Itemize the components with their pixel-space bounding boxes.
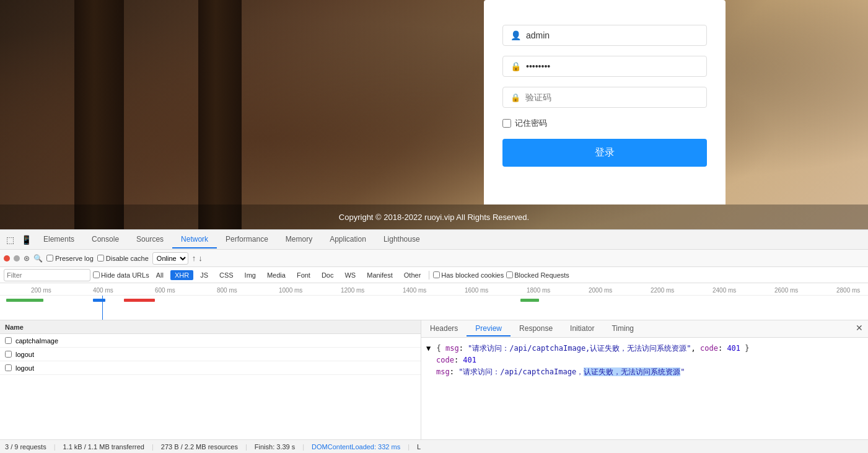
status-finish: Finish: 3.39 s (255, 443, 295, 451)
details-tab-initiator[interactable]: Initiator (561, 322, 603, 336)
status-dom-content-loaded[interactable]: DOMContentLoaded: 332 ms (312, 443, 400, 451)
tick-2800: 2800 ms (836, 283, 860, 295)
has-blocked-cookies-checkbox[interactable] (433, 271, 440, 278)
filter-manifest-btn[interactable]: Manifest (362, 270, 397, 280)
username-input[interactable] (526, 30, 699, 40)
devtools-tabs: Elements Console Sources Network Perform… (35, 231, 429, 248)
tab-memory[interactable]: Memory (277, 231, 321, 248)
tick-2000: 2000 ms (589, 283, 612, 295)
request-row-logout1[interactable]: logout (0, 348, 421, 361)
tab-application[interactable]: Application (321, 231, 375, 248)
tick-400: 400 ms (93, 283, 113, 295)
tick-1800: 1800 ms (527, 283, 550, 295)
details-tab-timing[interactable]: Timing (603, 322, 642, 336)
expand-triangle[interactable]: ▼ (426, 343, 431, 354)
captcha-group: 🔒 (502, 87, 707, 108)
disable-cache-label[interactable]: Disable cache (97, 255, 149, 262)
split-view: Name captchaImage logout logout ✕ Header… (0, 320, 868, 439)
stop-button[interactable] (14, 255, 20, 262)
filter-other-btn[interactable]: Other (400, 270, 426, 280)
tick-1200: 1200 ms (341, 283, 364, 295)
filter-img-btn[interactable]: Img (240, 270, 260, 280)
status-resources: 273 B / 2.2 MB resources (161, 443, 238, 451)
details-content: ▼ { msg: "请求访问：/api/captchaImage,认证失败，无法… (421, 338, 868, 439)
timeline-bar-green2 (520, 299, 539, 302)
login-button[interactable]: 登录 (502, 139, 707, 167)
details-panel: ✕ Headers Preview Response Initiator Tim… (421, 320, 868, 439)
timeline-bar-green1 (6, 299, 43, 302)
hide-data-urls-checkbox[interactable] (93, 271, 100, 278)
json-line-1: ▼ { msg: "请求访问：/api/captchaImage,认证失败，无法… (426, 343, 863, 354)
devtools-inspect-icon[interactable]: ⬚ (2, 232, 17, 247)
timeline-ruler: 200 ms 400 ms 600 ms 800 ms 1000 ms 1200… (0, 283, 868, 296)
devtools-mobile-icon[interactable]: 📱 (19, 232, 33, 247)
name-column-header: Name (5, 323, 24, 331)
search-icon[interactable]: 🔍 (33, 254, 43, 263)
record-button[interactable] (4, 255, 10, 262)
download-icon[interactable]: ↓ (198, 253, 203, 263)
request-row-logout2[interactable]: logout (0, 361, 421, 375)
tick-2600: 2600 ms (774, 283, 798, 295)
blocked-requests-checkbox[interactable] (506, 271, 513, 278)
json-line-3: msg: "请求访问：/api/captchaImage，认证失败，无法访问系统… (426, 366, 863, 378)
username-group: 👤 (502, 25, 707, 46)
import-export-icons: ↑ ↓ (192, 253, 203, 263)
login-form: 👤 🔒 🔒 记住密码 登录 (484, 0, 726, 205)
timeline-area: 200 ms 400 ms 600 ms 800 ms 1000 ms 1200… (0, 283, 868, 320)
filter-doc-btn[interactable]: Doc (317, 270, 338, 280)
filter-input[interactable] (4, 269, 90, 281)
tab-lighthouse[interactable]: Lighthouse (375, 231, 429, 248)
remember-checkbox[interactable] (502, 119, 511, 128)
filter-css-btn[interactable]: CSS (215, 270, 238, 280)
tick-2200: 2200 ms (651, 283, 674, 295)
tick-200: 200 ms (31, 283, 51, 295)
request-checkbox-logout2[interactable] (5, 364, 12, 371)
status-bar: 3 / 9 requests | 1.1 kB / 1.1 MB transfe… (0, 439, 868, 453)
tab-sources[interactable]: Sources (128, 231, 172, 248)
details-tab-preview[interactable]: Preview (467, 322, 511, 336)
request-name-logout2: logout (15, 364, 34, 372)
tick-1000: 1000 ms (279, 283, 302, 295)
has-blocked-cookies-label[interactable]: Has blocked cookies (433, 271, 504, 279)
user-icon: 👤 (511, 30, 521, 40)
tab-performance[interactable]: Performance (217, 231, 277, 248)
hide-data-urls-label[interactable]: Hide data URLs (93, 271, 149, 279)
status-transferred: 1.1 kB / 1.1 MB transferred (63, 443, 144, 451)
tick-2400: 2400 ms (712, 283, 736, 295)
filter-ws-btn[interactable]: WS (340, 270, 360, 280)
captcha-input[interactable] (525, 92, 699, 102)
filter-media-btn[interactable]: Media (263, 270, 290, 280)
filter-font-btn[interactable]: Font (292, 270, 315, 280)
filter-all-btn[interactable]: All (152, 270, 168, 280)
filter-icon[interactable]: ⊛ (24, 254, 30, 263)
bg-overlay (0, 0, 868, 229)
details-close-button[interactable]: ✕ (856, 323, 863, 333)
copyright-text: Copyright © 2018-2022 ruoyi.vip All Righ… (339, 213, 529, 222)
filter-bar: Hide data URLs All XHR JS CSS Img Media … (0, 267, 868, 283)
details-tab-headers[interactable]: Headers (421, 322, 467, 336)
details-tabs: ✕ Headers Preview Response Initiator Tim… (421, 320, 868, 338)
password-group: 🔒 (502, 56, 707, 77)
request-checkbox-logout1[interactable] (5, 351, 12, 358)
tab-network[interactable]: Network (172, 231, 217, 248)
request-checkbox-captcha[interactable] (5, 337, 12, 344)
details-tab-response[interactable]: Response (511, 322, 561, 336)
password-input[interactable] (526, 61, 699, 71)
tab-console[interactable]: Console (83, 231, 128, 248)
disable-cache-checkbox[interactable] (97, 255, 104, 262)
copyright-bar: Copyright © 2018-2022 ruoyi.vip All Righ… (0, 205, 868, 229)
request-row-captcha[interactable]: captchaImage (0, 334, 421, 348)
blocked-requests-label[interactable]: Blocked Requests (506, 271, 569, 279)
tick-1600: 1600 ms (465, 283, 488, 295)
preserve-log-checkbox[interactable] (46, 255, 53, 262)
filter-xhr-btn[interactable]: XHR (170, 270, 193, 280)
filter-js-btn[interactable]: JS (196, 270, 213, 280)
upload-icon[interactable]: ↑ (192, 253, 196, 263)
status-load: L (417, 443, 421, 451)
tab-elements[interactable]: Elements (35, 231, 83, 248)
preserve-log-label[interactable]: Preserve log (46, 255, 94, 262)
bg-pillar-right (198, 0, 242, 229)
timeline-bars (0, 296, 868, 320)
tick-1400: 1400 ms (403, 283, 426, 295)
throttle-select[interactable]: Online (152, 252, 188, 265)
